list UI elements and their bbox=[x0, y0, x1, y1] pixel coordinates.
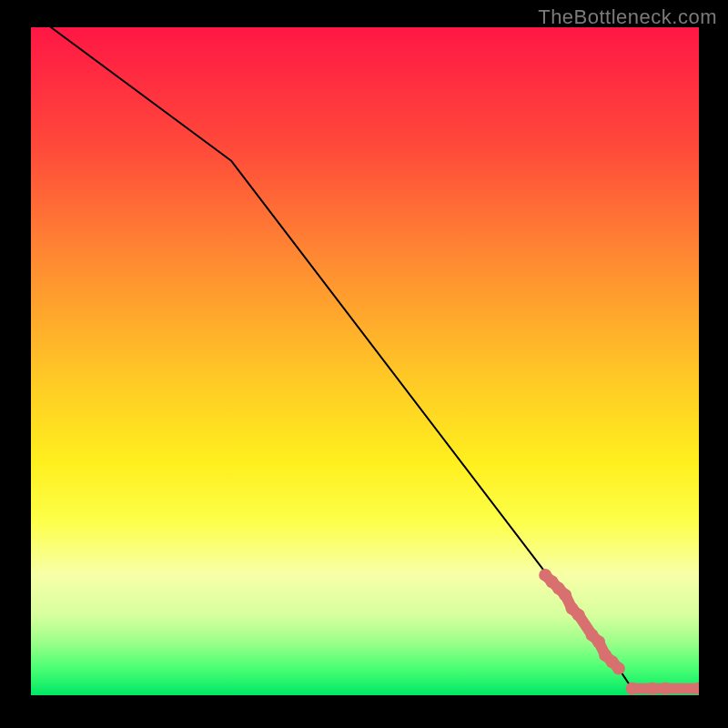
data-point bbox=[559, 589, 571, 602]
data-point bbox=[572, 609, 585, 622]
curve-layer bbox=[51, 27, 699, 689]
chart-frame: TheBottleneck.com bbox=[0, 0, 728, 728]
watermark-text: TheBottleneck.com bbox=[538, 5, 717, 29]
data-point bbox=[626, 682, 639, 695]
plot-area bbox=[31, 27, 699, 695]
data-point bbox=[659, 682, 672, 695]
dot-layer bbox=[539, 569, 699, 695]
chart-svg bbox=[31, 27, 699, 695]
bottleneck-curve bbox=[51, 27, 699, 689]
data-point bbox=[646, 682, 659, 695]
data-point bbox=[592, 635, 605, 648]
data-point bbox=[612, 662, 625, 675]
